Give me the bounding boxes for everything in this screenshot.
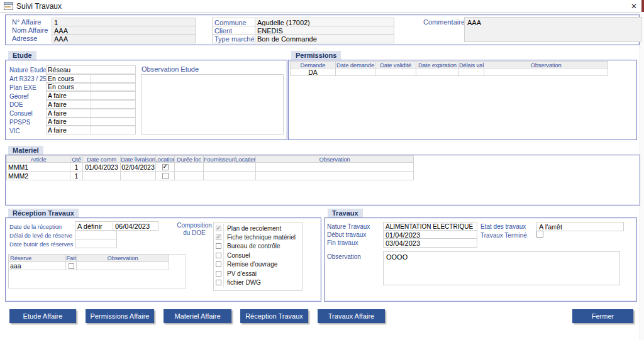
etude-affaire-button[interactable]: Etude Affaire [9, 309, 76, 323]
vertical-scrollbar[interactable] [640, 12, 644, 340]
etude-fields: RéseauEn coursEn coursA faireA faireA fa… [47, 66, 136, 135]
date-reception-field[interactable]: 06/04/2023 [113, 221, 158, 231]
etude-value-cell[interactable]: En cours [46, 74, 91, 83]
doe-checkbox[interactable] [216, 243, 221, 249]
observation-etude-label: Observation Etude [142, 65, 199, 74]
etude-value-cell[interactable]: A faire [46, 109, 91, 118]
etude-row-label: VIC [9, 126, 47, 135]
etude-row: A faire [47, 126, 136, 135]
doe-item: fichier DWG [214, 278, 302, 287]
permissions-cell[interactable] [416, 68, 459, 76]
materiel-cell[interactable] [255, 171, 414, 180]
permissions-row: DA [291, 69, 608, 76]
materiel-cell[interactable]: 02/04/2023 [120, 162, 156, 172]
etude-row-label: DOE [9, 101, 47, 109]
etude-panel: Nature EtudeArt R323 / 25Plan EXEGéorefD… [5, 60, 287, 140]
doe-checkbox-cell [214, 242, 224, 251]
location-checkbox[interactable]: ✓ [162, 164, 169, 170]
location-checkbox[interactable] [162, 173, 169, 179]
type-marche-field[interactable]: Bon de Commande [255, 34, 394, 43]
materiel-cell[interactable]: 01/04/2023 [82, 162, 121, 172]
etude-extra-cell[interactable] [91, 91, 136, 100]
materiel-cell[interactable] [203, 162, 256, 172]
adresse-field[interactable]: AAA [52, 34, 196, 43]
etude-extra-cell[interactable] [91, 118, 136, 126]
materiel-cell[interactable] [255, 162, 414, 172]
materiel-cell[interactable] [120, 171, 156, 180]
permissions-cell[interactable] [458, 68, 484, 76]
debut-travaux-label: Début travaux [327, 231, 366, 239]
materiel-cell[interactable] [174, 162, 204, 172]
close-icon[interactable]: ✕ [628, 1, 640, 11]
fermer-button[interactable]: Fermer [572, 309, 633, 323]
etude-extra-cell[interactable] [91, 100, 136, 109]
etude-value-cell[interactable]: A faire [46, 126, 91, 134]
materiel-cell[interactable]: MMM1 [6, 162, 70, 172]
materiel-cell[interactable]: 1 [70, 171, 83, 180]
etude-value-cell[interactable]: Réseau [46, 65, 136, 74]
date-reception-status-field[interactable]: A définir [75, 221, 117, 231]
doe-checkbox[interactable] [216, 271, 221, 277]
travaux-observation-field[interactable]: OOOO [383, 251, 620, 285]
etude-extra-cell[interactable] [91, 83, 136, 92]
etude-value-cell[interactable]: A faire [46, 91, 91, 100]
permissions-cell[interactable] [375, 68, 416, 76]
etude-row: En cours [47, 75, 136, 84]
doe-checkbox[interactable] [216, 261, 221, 267]
reserve-observation-cell[interactable] [76, 261, 169, 270]
fin-travaux-label: Fin travaux [327, 239, 358, 247]
materiel-affaire-button[interactable]: Materiel Affaire [164, 309, 231, 323]
etude-value-cell[interactable]: En cours [46, 83, 91, 92]
doe-item-label: Plan de recolement [227, 225, 281, 232]
doe-checkbox-cell [214, 251, 224, 260]
materiel-cell[interactable] [155, 171, 175, 180]
travaux-termine-checkbox[interactable] [536, 231, 543, 238]
permissions-cell[interactable] [335, 68, 375, 76]
materiel-cell[interactable]: MMM2 [6, 171, 70, 180]
doe-item-label: PV d'essai [227, 270, 257, 277]
permissions-cell[interactable]: DA [290, 68, 336, 76]
materiel-row: MMM21 [7, 172, 414, 180]
etude-value-cell[interactable]: A faire [46, 118, 91, 126]
tab-reception-travaux: Réception Travaux [8, 209, 79, 217]
reserve-table: RéserveFaitObservationaaa [8, 254, 186, 288]
reception-travaux-button[interactable]: Réception Travaux [240, 309, 308, 323]
date-butoir-reserves-field[interactable] [75, 239, 117, 248]
etude-value-cell[interactable]: A faire [46, 100, 91, 109]
doe-item: Remise d'ouvrage [214, 260, 302, 269]
doe-item: ✓Plan de recolement [214, 224, 302, 233]
commentaire-field[interactable]: AAA [464, 17, 641, 42]
doe-checkbox-cell [214, 260, 224, 269]
composition-doe-label-line2: du DOE [174, 229, 214, 237]
materiel-row: MMM1101/04/202302/04/2023✓ [7, 163, 414, 172]
materiel-cell[interactable] [203, 171, 256, 180]
reserve-name-cell[interactable]: aaa [8, 261, 66, 270]
reserve-row: aaa [9, 262, 186, 270]
doe-checkbox[interactable] [216, 253, 221, 258]
etude-extra-cell[interactable] [91, 74, 136, 83]
doe-item-label: Fiche technique matériel [227, 234, 296, 241]
observation-etude-field[interactable] [141, 74, 284, 134]
permissions-affaire-button[interactable]: Permissions Affaire [86, 309, 154, 323]
affaire-header-panel: N° Affaire Nom Affaire Adresse 1 AAA AAA… [5, 14, 640, 45]
etat-travaux-label: Etat des travaux [480, 222, 526, 231]
etat-travaux-field[interactable]: A l'arrêt [536, 222, 624, 231]
etude-row-label: Art R323 / 25 [9, 75, 47, 84]
travaux-affaire-button[interactable]: Travaux Affaire [318, 309, 385, 323]
etude-extra-cell[interactable] [91, 126, 136, 134]
tab-permissions: Permissions [291, 51, 341, 60]
reserve-fait-cell[interactable] [65, 261, 77, 270]
date-reception-label: Date de la réception [9, 222, 62, 231]
doe-checkbox-cell: ✓ [214, 224, 224, 233]
materiel-cell[interactable]: 1 [70, 162, 83, 172]
materiel-cell[interactable]: ✓ [155, 162, 175, 172]
materiel-cell[interactable] [174, 171, 204, 180]
fait-checkbox[interactable] [69, 263, 74, 269]
permissions-cell[interactable] [484, 68, 608, 76]
fin-travaux-field[interactable]: 03/04/2023 [383, 238, 477, 248]
doe-checkbox[interactable] [216, 280, 221, 285]
materiel-cell[interactable] [82, 171, 121, 180]
delai-leve-reserve-field[interactable] [75, 230, 117, 239]
window-edge-accent [641, 0, 644, 12]
etude-extra-cell[interactable] [91, 109, 136, 118]
